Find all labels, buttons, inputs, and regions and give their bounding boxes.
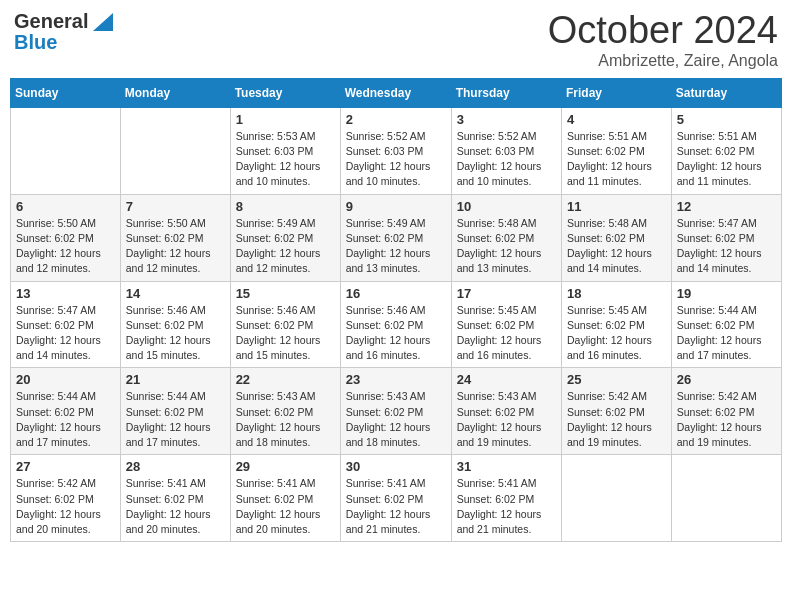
calendar-cell: 3Sunrise: 5:52 AMSunset: 6:03 PMDaylight…: [451, 107, 561, 194]
calendar-header-saturday: Saturday: [671, 78, 781, 107]
day-info: Sunrise: 5:42 AMSunset: 6:02 PMDaylight:…: [567, 389, 666, 450]
calendar-cell: 11Sunrise: 5:48 AMSunset: 6:02 PMDayligh…: [562, 194, 672, 281]
calendar-cell: 30Sunrise: 5:41 AMSunset: 6:02 PMDayligh…: [340, 455, 451, 542]
day-number: 10: [457, 199, 556, 214]
calendar-cell: 19Sunrise: 5:44 AMSunset: 6:02 PMDayligh…: [671, 281, 781, 368]
day-number: 25: [567, 372, 666, 387]
calendar-cell: 26Sunrise: 5:42 AMSunset: 6:02 PMDayligh…: [671, 368, 781, 455]
calendar-cell: 21Sunrise: 5:44 AMSunset: 6:02 PMDayligh…: [120, 368, 230, 455]
calendar-cell: 12Sunrise: 5:47 AMSunset: 6:02 PMDayligh…: [671, 194, 781, 281]
logo: General Blue: [14, 10, 114, 54]
day-info: Sunrise: 5:52 AMSunset: 6:03 PMDaylight:…: [457, 129, 556, 190]
day-info: Sunrise: 5:43 AMSunset: 6:02 PMDaylight:…: [346, 389, 446, 450]
day-number: 21: [126, 372, 225, 387]
calendar-header-wednesday: Wednesday: [340, 78, 451, 107]
calendar-cell: 18Sunrise: 5:45 AMSunset: 6:02 PMDayligh…: [562, 281, 672, 368]
calendar-cell: 29Sunrise: 5:41 AMSunset: 6:02 PMDayligh…: [230, 455, 340, 542]
calendar-header-thursday: Thursday: [451, 78, 561, 107]
day-info: Sunrise: 5:47 AMSunset: 6:02 PMDaylight:…: [16, 303, 115, 364]
day-number: 31: [457, 459, 556, 474]
location-subtitle: Ambrizette, Zaire, Angola: [548, 52, 778, 70]
calendar-table: SundayMondayTuesdayWednesdayThursdayFrid…: [10, 78, 782, 542]
day-info: Sunrise: 5:43 AMSunset: 6:02 PMDaylight:…: [457, 389, 556, 450]
day-number: 12: [677, 199, 776, 214]
day-number: 24: [457, 372, 556, 387]
logo-general-text: General: [14, 10, 88, 33]
day-info: Sunrise: 5:46 AMSunset: 6:02 PMDaylight:…: [346, 303, 446, 364]
day-info: Sunrise: 5:52 AMSunset: 6:03 PMDaylight:…: [346, 129, 446, 190]
calendar-header-friday: Friday: [562, 78, 672, 107]
day-number: 30: [346, 459, 446, 474]
calendar-week-4: 20Sunrise: 5:44 AMSunset: 6:02 PMDayligh…: [11, 368, 782, 455]
day-info: Sunrise: 5:48 AMSunset: 6:02 PMDaylight:…: [567, 216, 666, 277]
calendar-cell: [11, 107, 121, 194]
logo-wing-icon: [91, 13, 113, 31]
day-info: Sunrise: 5:42 AMSunset: 6:02 PMDaylight:…: [677, 389, 776, 450]
day-number: 13: [16, 286, 115, 301]
calendar-cell: 23Sunrise: 5:43 AMSunset: 6:02 PMDayligh…: [340, 368, 451, 455]
calendar-cell: 25Sunrise: 5:42 AMSunset: 6:02 PMDayligh…: [562, 368, 672, 455]
day-number: 17: [457, 286, 556, 301]
month-title: October 2024: [548, 10, 778, 52]
svg-marker-0: [93, 13, 113, 31]
day-number: 9: [346, 199, 446, 214]
day-info: Sunrise: 5:48 AMSunset: 6:02 PMDaylight:…: [457, 216, 556, 277]
day-info: Sunrise: 5:44 AMSunset: 6:02 PMDaylight:…: [677, 303, 776, 364]
calendar-cell: 8Sunrise: 5:49 AMSunset: 6:02 PMDaylight…: [230, 194, 340, 281]
day-number: 23: [346, 372, 446, 387]
calendar-cell: 24Sunrise: 5:43 AMSunset: 6:02 PMDayligh…: [451, 368, 561, 455]
page-header: General Blue October 2024 Ambrizette, Za…: [10, 10, 782, 70]
day-number: 7: [126, 199, 225, 214]
day-info: Sunrise: 5:49 AMSunset: 6:02 PMDaylight:…: [346, 216, 446, 277]
day-info: Sunrise: 5:44 AMSunset: 6:02 PMDaylight:…: [16, 389, 115, 450]
day-number: 8: [236, 199, 335, 214]
day-number: 20: [16, 372, 115, 387]
day-number: 29: [236, 459, 335, 474]
day-number: 16: [346, 286, 446, 301]
calendar-header-tuesday: Tuesday: [230, 78, 340, 107]
day-number: 4: [567, 112, 666, 127]
calendar-cell: 6Sunrise: 5:50 AMSunset: 6:02 PMDaylight…: [11, 194, 121, 281]
day-number: 1: [236, 112, 335, 127]
calendar-cell: 28Sunrise: 5:41 AMSunset: 6:02 PMDayligh…: [120, 455, 230, 542]
day-info: Sunrise: 5:42 AMSunset: 6:02 PMDaylight:…: [16, 476, 115, 537]
day-number: 22: [236, 372, 335, 387]
day-number: 6: [16, 199, 115, 214]
day-number: 2: [346, 112, 446, 127]
day-number: 3: [457, 112, 556, 127]
calendar-cell: 20Sunrise: 5:44 AMSunset: 6:02 PMDayligh…: [11, 368, 121, 455]
day-info: Sunrise: 5:45 AMSunset: 6:02 PMDaylight:…: [457, 303, 556, 364]
day-info: Sunrise: 5:43 AMSunset: 6:02 PMDaylight:…: [236, 389, 335, 450]
day-info: Sunrise: 5:50 AMSunset: 6:02 PMDaylight:…: [126, 216, 225, 277]
calendar-cell: 10Sunrise: 5:48 AMSunset: 6:02 PMDayligh…: [451, 194, 561, 281]
day-number: 19: [677, 286, 776, 301]
day-number: 15: [236, 286, 335, 301]
day-info: Sunrise: 5:44 AMSunset: 6:02 PMDaylight:…: [126, 389, 225, 450]
calendar-cell: 9Sunrise: 5:49 AMSunset: 6:02 PMDaylight…: [340, 194, 451, 281]
calendar-header-sunday: Sunday: [11, 78, 121, 107]
calendar-cell: 5Sunrise: 5:51 AMSunset: 6:02 PMDaylight…: [671, 107, 781, 194]
calendar-cell: 13Sunrise: 5:47 AMSunset: 6:02 PMDayligh…: [11, 281, 121, 368]
calendar-header-row: SundayMondayTuesdayWednesdayThursdayFrid…: [11, 78, 782, 107]
day-number: 27: [16, 459, 115, 474]
title-block: October 2024 Ambrizette, Zaire, Angola: [548, 10, 778, 70]
day-info: Sunrise: 5:46 AMSunset: 6:02 PMDaylight:…: [126, 303, 225, 364]
calendar-cell: 15Sunrise: 5:46 AMSunset: 6:02 PMDayligh…: [230, 281, 340, 368]
logo-blue-text: Blue: [14, 31, 57, 54]
calendar-cell: 22Sunrise: 5:43 AMSunset: 6:02 PMDayligh…: [230, 368, 340, 455]
day-info: Sunrise: 5:51 AMSunset: 6:02 PMDaylight:…: [567, 129, 666, 190]
day-number: 5: [677, 112, 776, 127]
calendar-week-2: 6Sunrise: 5:50 AMSunset: 6:02 PMDaylight…: [11, 194, 782, 281]
day-info: Sunrise: 5:51 AMSunset: 6:02 PMDaylight:…: [677, 129, 776, 190]
calendar-cell: 7Sunrise: 5:50 AMSunset: 6:02 PMDaylight…: [120, 194, 230, 281]
calendar-cell: [671, 455, 781, 542]
calendar-cell: 16Sunrise: 5:46 AMSunset: 6:02 PMDayligh…: [340, 281, 451, 368]
day-number: 11: [567, 199, 666, 214]
day-info: Sunrise: 5:53 AMSunset: 6:03 PMDaylight:…: [236, 129, 335, 190]
calendar-header-monday: Monday: [120, 78, 230, 107]
day-info: Sunrise: 5:45 AMSunset: 6:02 PMDaylight:…: [567, 303, 666, 364]
calendar-cell: 14Sunrise: 5:46 AMSunset: 6:02 PMDayligh…: [120, 281, 230, 368]
calendar-cell: [120, 107, 230, 194]
day-info: Sunrise: 5:47 AMSunset: 6:02 PMDaylight:…: [677, 216, 776, 277]
day-info: Sunrise: 5:41 AMSunset: 6:02 PMDaylight:…: [457, 476, 556, 537]
